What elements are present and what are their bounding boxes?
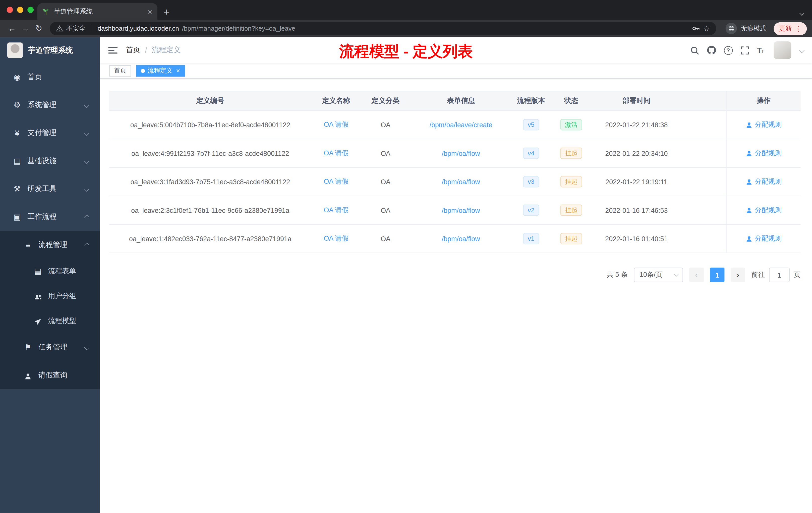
address-bar[interactable]: 不安全 dashboard.yudao.iocoder.cn/bpm/manag… — [50, 22, 716, 35]
goto-prefix-label: 前往 — [752, 270, 765, 280]
app-window: 芋道管理系统 ◉ 首页 ⚙ 系统管理 ¥ 支付管理 ▤ — [0, 37, 812, 513]
definition-name-link[interactable]: OA 请假 — [311, 234, 361, 243]
definition-name-link[interactable]: OA 请假 — [311, 149, 361, 158]
password-key-icon[interactable] — [692, 24, 700, 33]
definition-category-cell: OA — [361, 121, 410, 129]
form-info-link[interactable]: /bpm/oa/flow — [410, 235, 512, 242]
sidebar-item-system-management[interactable]: ⚙ 系统管理 — [0, 91, 100, 119]
column-header: 定义编号 — [109, 96, 311, 105]
page-content: 定义编号 定义名称 定义分类 表单信息 流程版本 状态 部署时间 操作 oa_l… — [100, 79, 812, 513]
chevron-down-icon — [800, 10, 805, 16]
table-row: oa_leave:3:1fad3d93-7b75-11ec-a3c8-acde4… — [109, 168, 801, 196]
form-info-link[interactable]: /bpm/oa/leave/create — [410, 121, 512, 129]
url-host: dashboard.yudao.iocoder.cn — [98, 25, 179, 32]
fullscreen-icon[interactable] — [741, 46, 749, 55]
minimize-window-button[interactable] — [17, 7, 23, 13]
sidebar-item-task-management[interactable]: ⚑ 任务管理 — [0, 333, 100, 361]
process-version-cell: v3 — [512, 176, 551, 187]
sidebar-item-user-group[interactable]: 用户分组 — [0, 283, 100, 308]
top-navbar: 首页 / 流程定义 流程模型 - 定义列表 ? TT — [100, 37, 812, 63]
bookmark-star-icon[interactable]: ☆ — [703, 24, 710, 33]
goto-page-input[interactable] — [769, 268, 790, 282]
version-tag: v2 — [523, 205, 539, 216]
browser-tab[interactable]: 芋道管理系统 × — [37, 3, 158, 20]
breadcrumb-home[interactable]: 首页 — [126, 46, 140, 55]
user-avatar[interactable] — [774, 41, 791, 59]
assign-rule-button[interactable]: 分配规则 — [746, 206, 782, 215]
tab-title: 芋道管理系统 — [54, 7, 144, 16]
definition-table: 定义编号 定义名称 定义分类 表单信息 流程版本 状态 部署时间 操作 oa_l… — [109, 91, 801, 253]
definition-name-link[interactable]: OA 请假 — [311, 206, 361, 215]
column-header: 定义名称 — [311, 96, 361, 105]
chevron-down-icon[interactable] — [800, 48, 805, 53]
tab-home[interactable]: 首页 — [109, 65, 131, 76]
sidebar-item-payment-management[interactable]: ¥ 支付管理 — [0, 119, 100, 147]
sidebar-toggle-icon[interactable] — [108, 46, 117, 55]
assign-rule-button[interactable]: 分配规则 — [746, 149, 782, 158]
table-row: oa_leave:4:991f2193-7b7f-11ec-a3c8-acde4… — [109, 139, 801, 168]
definition-category-cell: OA — [361, 149, 410, 157]
form-info-link[interactable]: /bpm/oa/flow — [410, 206, 512, 214]
sidebar-item-leave-query[interactable]: 请假查询 — [0, 361, 100, 389]
sidebar-menu: ◉ 首页 ⚙ 系统管理 ¥ 支付管理 ▤ 基础设施 — [0, 63, 100, 389]
sidebar: 芋道管理系统 ◉ 首页 ⚙ 系统管理 ¥ 支付管理 ▤ — [0, 37, 100, 513]
github-icon[interactable] — [707, 46, 716, 55]
tab-search-icon[interactable] — [800, 8, 804, 17]
sidebar-item-process-management[interactable]: ≡ 流程管理 — [0, 231, 100, 259]
browser-menu-icon[interactable]: ⋮ — [795, 25, 802, 32]
active-dot-icon — [141, 68, 145, 73]
sidebar-item-home[interactable]: ◉ 首页 — [0, 63, 100, 91]
sidebar-item-process-form[interactable]: ▤ 流程表单 — [0, 259, 100, 283]
assign-rule-button[interactable]: 分配规则 — [746, 120, 782, 129]
chevron-up-icon — [84, 242, 89, 247]
new-tab-button[interactable]: + — [164, 7, 170, 17]
forward-button[interactable]: → — [19, 24, 32, 33]
update-button[interactable]: 更新 ⋮ — [774, 22, 807, 35]
column-header: 部署时间 — [592, 96, 681, 105]
page-size-select[interactable]: 10条/页 — [634, 268, 683, 282]
sidebar-item-infrastructure[interactable]: ▤ 基础设施 — [0, 147, 100, 175]
form-info-link[interactable]: /bpm/oa/flow — [410, 149, 512, 157]
font-size-icon[interactable]: TT — [757, 46, 764, 55]
zoom-window-button[interactable] — [27, 7, 34, 13]
action-cell: 分配规则 — [726, 224, 801, 252]
version-tag: v5 — [523, 119, 539, 130]
definition-id-cell: oa_leave:3:1fad3d93-7b75-11ec-a3c8-acde4… — [109, 178, 311, 185]
tab-process-definition[interactable]: 流程定义 × — [136, 65, 184, 76]
app-logo[interactable]: 芋道管理系统 — [0, 37, 100, 63]
definition-name-link[interactable]: OA 请假 — [311, 120, 361, 129]
tab-close-icon[interactable]: × — [148, 7, 152, 15]
help-icon[interactable]: ? — [724, 46, 733, 55]
paper-plane-icon — [32, 316, 44, 325]
definition-id-cell: oa_leave:2:3c1f0ef1-76b1-11ec-9c66-a2380… — [109, 206, 311, 214]
incognito-label: 无痕模式 — [741, 24, 766, 33]
assign-rule-button[interactable]: 分配规则 — [746, 177, 782, 186]
form-info-link[interactable]: /bpm/oa/flow — [410, 178, 512, 185]
prev-page-button[interactable]: ‹ — [689, 268, 704, 282]
status-cell: 挂起 — [550, 176, 592, 187]
chevron-down-icon — [84, 186, 89, 191]
user-icon — [746, 207, 752, 214]
back-button[interactable]: ← — [5, 24, 19, 33]
column-header: 表单信息 — [410, 96, 512, 105]
sidebar-item-dev-tools[interactable]: ⚒ 研发工具 — [0, 175, 100, 203]
close-window-button[interactable] — [7, 7, 13, 13]
definition-name-link[interactable]: OA 请假 — [311, 177, 361, 186]
sidebar-item-workflow[interactable]: ▣ 工作流程 — [0, 203, 100, 231]
assign-rule-button[interactable]: 分配规则 — [746, 234, 782, 243]
table-row: oa_leave:1:482ec033-762a-11ec-8477-a2380… — [109, 224, 801, 253]
main-area: 首页 / 流程定义 流程模型 - 定义列表 ? TT 首页 — [100, 37, 812, 513]
tools-icon: ⚒ — [11, 184, 23, 193]
status-tag: 挂起 — [560, 205, 582, 216]
close-tab-icon[interactable]: × — [176, 67, 180, 74]
current-page-button[interactable]: 1 — [710, 268, 725, 282]
user-icon — [746, 178, 752, 185]
next-page-button[interactable]: › — [731, 268, 745, 282]
yen-icon: ¥ — [11, 129, 23, 138]
security-label: 不安全 — [66, 24, 86, 33]
sidebar-item-process-model[interactable]: 流程模型 — [0, 308, 100, 333]
search-icon[interactable] — [690, 46, 699, 55]
tags-view-bar: 首页 流程定义 × — [100, 63, 812, 79]
reload-button[interactable]: ↻ — [32, 24, 46, 33]
process-version-cell: v1 — [512, 233, 551, 244]
